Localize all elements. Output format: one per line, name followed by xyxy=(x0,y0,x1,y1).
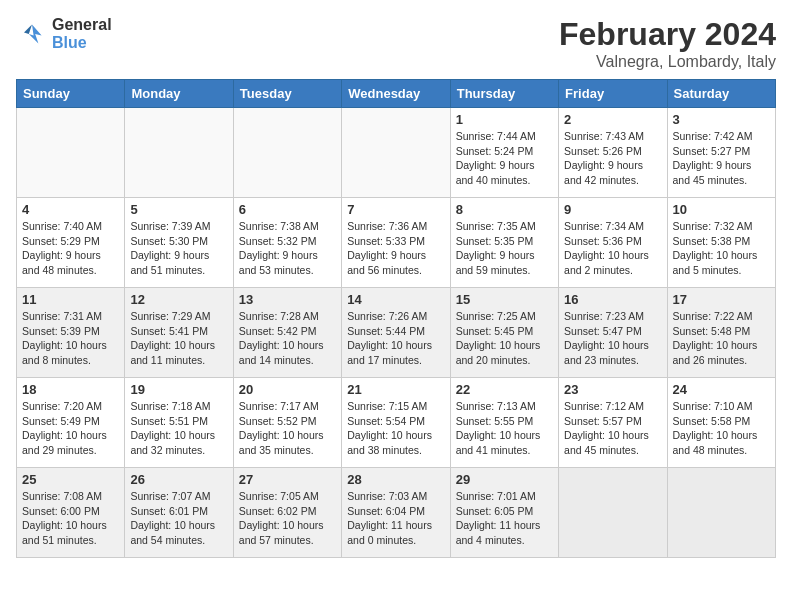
calendar-day xyxy=(125,108,233,198)
day-number: 15 xyxy=(456,292,553,307)
day-info: Sunrise: 7:25 AM Sunset: 5:45 PM Dayligh… xyxy=(456,309,553,368)
day-info: Sunrise: 7:03 AM Sunset: 6:04 PM Dayligh… xyxy=(347,489,444,548)
day-number: 22 xyxy=(456,382,553,397)
calendar-day: 28Sunrise: 7:03 AM Sunset: 6:04 PM Dayli… xyxy=(342,468,450,558)
day-number: 18 xyxy=(22,382,119,397)
day-number: 6 xyxy=(239,202,336,217)
day-info: Sunrise: 7:17 AM Sunset: 5:52 PM Dayligh… xyxy=(239,399,336,458)
day-number: 8 xyxy=(456,202,553,217)
col-saturday: Saturday xyxy=(667,80,775,108)
calendar-week-row: 11Sunrise: 7:31 AM Sunset: 5:39 PM Dayli… xyxy=(17,288,776,378)
calendar-day: 2Sunrise: 7:43 AM Sunset: 5:26 PM Daylig… xyxy=(559,108,667,198)
calendar-day: 13Sunrise: 7:28 AM Sunset: 5:42 PM Dayli… xyxy=(233,288,341,378)
day-info: Sunrise: 7:40 AM Sunset: 5:29 PM Dayligh… xyxy=(22,219,119,278)
col-tuesday: Tuesday xyxy=(233,80,341,108)
day-info: Sunrise: 7:10 AM Sunset: 5:58 PM Dayligh… xyxy=(673,399,770,458)
day-info: Sunrise: 7:36 AM Sunset: 5:33 PM Dayligh… xyxy=(347,219,444,278)
svg-marker-1 xyxy=(24,24,32,34)
title-area: February 2024 Valnegra, Lombardy, Italy xyxy=(559,16,776,71)
day-info: Sunrise: 7:01 AM Sunset: 6:05 PM Dayligh… xyxy=(456,489,553,548)
calendar-week-row: 1Sunrise: 7:44 AM Sunset: 5:24 PM Daylig… xyxy=(17,108,776,198)
day-info: Sunrise: 7:20 AM Sunset: 5:49 PM Dayligh… xyxy=(22,399,119,458)
day-number: 13 xyxy=(239,292,336,307)
calendar-day: 14Sunrise: 7:26 AM Sunset: 5:44 PM Dayli… xyxy=(342,288,450,378)
day-info: Sunrise: 7:22 AM Sunset: 5:48 PM Dayligh… xyxy=(673,309,770,368)
calendar-day: 15Sunrise: 7:25 AM Sunset: 5:45 PM Dayli… xyxy=(450,288,558,378)
calendar-day: 17Sunrise: 7:22 AM Sunset: 5:48 PM Dayli… xyxy=(667,288,775,378)
day-number: 5 xyxy=(130,202,227,217)
calendar-day: 10Sunrise: 7:32 AM Sunset: 5:38 PM Dayli… xyxy=(667,198,775,288)
day-number: 11 xyxy=(22,292,119,307)
day-number: 21 xyxy=(347,382,444,397)
page-header: General Blue February 2024 Valnegra, Lom… xyxy=(16,16,776,71)
calendar-day: 20Sunrise: 7:17 AM Sunset: 5:52 PM Dayli… xyxy=(233,378,341,468)
calendar-day xyxy=(17,108,125,198)
logo-text: General Blue xyxy=(52,16,112,52)
calendar-week-row: 18Sunrise: 7:20 AM Sunset: 5:49 PM Dayli… xyxy=(17,378,776,468)
day-number: 24 xyxy=(673,382,770,397)
calendar-day: 9Sunrise: 7:34 AM Sunset: 5:36 PM Daylig… xyxy=(559,198,667,288)
day-number: 4 xyxy=(22,202,119,217)
day-number: 10 xyxy=(673,202,770,217)
day-number: 27 xyxy=(239,472,336,487)
day-number: 7 xyxy=(347,202,444,217)
day-number: 25 xyxy=(22,472,119,487)
calendar-day: 26Sunrise: 7:07 AM Sunset: 6:01 PM Dayli… xyxy=(125,468,233,558)
calendar-day xyxy=(559,468,667,558)
col-friday: Friday xyxy=(559,80,667,108)
calendar-day: 3Sunrise: 7:42 AM Sunset: 5:27 PM Daylig… xyxy=(667,108,775,198)
day-info: Sunrise: 7:18 AM Sunset: 5:51 PM Dayligh… xyxy=(130,399,227,458)
calendar-day: 18Sunrise: 7:20 AM Sunset: 5:49 PM Dayli… xyxy=(17,378,125,468)
calendar-day: 6Sunrise: 7:38 AM Sunset: 5:32 PM Daylig… xyxy=(233,198,341,288)
day-info: Sunrise: 7:12 AM Sunset: 5:57 PM Dayligh… xyxy=(564,399,661,458)
col-wednesday: Wednesday xyxy=(342,80,450,108)
day-info: Sunrise: 7:38 AM Sunset: 5:32 PM Dayligh… xyxy=(239,219,336,278)
day-number: 3 xyxy=(673,112,770,127)
day-info: Sunrise: 7:28 AM Sunset: 5:42 PM Dayligh… xyxy=(239,309,336,368)
day-info: Sunrise: 7:44 AM Sunset: 5:24 PM Dayligh… xyxy=(456,129,553,188)
calendar-day: 25Sunrise: 7:08 AM Sunset: 6:00 PM Dayli… xyxy=(17,468,125,558)
calendar-day: 7Sunrise: 7:36 AM Sunset: 5:33 PM Daylig… xyxy=(342,198,450,288)
calendar-day: 16Sunrise: 7:23 AM Sunset: 5:47 PM Dayli… xyxy=(559,288,667,378)
day-number: 1 xyxy=(456,112,553,127)
day-number: 28 xyxy=(347,472,444,487)
calendar-day: 23Sunrise: 7:12 AM Sunset: 5:57 PM Dayli… xyxy=(559,378,667,468)
day-number: 16 xyxy=(564,292,661,307)
month-title: February 2024 xyxy=(559,16,776,53)
calendar-week-row: 25Sunrise: 7:08 AM Sunset: 6:00 PM Dayli… xyxy=(17,468,776,558)
day-number: 2 xyxy=(564,112,661,127)
calendar-day: 8Sunrise: 7:35 AM Sunset: 5:35 PM Daylig… xyxy=(450,198,558,288)
calendar-day: 4Sunrise: 7:40 AM Sunset: 5:29 PM Daylig… xyxy=(17,198,125,288)
calendar-day: 27Sunrise: 7:05 AM Sunset: 6:02 PM Dayli… xyxy=(233,468,341,558)
calendar-table: Sunday Monday Tuesday Wednesday Thursday… xyxy=(16,79,776,558)
day-info: Sunrise: 7:26 AM Sunset: 5:44 PM Dayligh… xyxy=(347,309,444,368)
day-info: Sunrise: 7:42 AM Sunset: 5:27 PM Dayligh… xyxy=(673,129,770,188)
calendar-day: 19Sunrise: 7:18 AM Sunset: 5:51 PM Dayli… xyxy=(125,378,233,468)
day-info: Sunrise: 7:35 AM Sunset: 5:35 PM Dayligh… xyxy=(456,219,553,278)
calendar-header-row: Sunday Monday Tuesday Wednesday Thursday… xyxy=(17,80,776,108)
logo-icon xyxy=(16,18,48,50)
calendar-day: 22Sunrise: 7:13 AM Sunset: 5:55 PM Dayli… xyxy=(450,378,558,468)
calendar-day: 5Sunrise: 7:39 AM Sunset: 5:30 PM Daylig… xyxy=(125,198,233,288)
calendar-day: 24Sunrise: 7:10 AM Sunset: 5:58 PM Dayli… xyxy=(667,378,775,468)
location-title: Valnegra, Lombardy, Italy xyxy=(559,53,776,71)
calendar-day: 1Sunrise: 7:44 AM Sunset: 5:24 PM Daylig… xyxy=(450,108,558,198)
calendar-day xyxy=(667,468,775,558)
day-info: Sunrise: 7:32 AM Sunset: 5:38 PM Dayligh… xyxy=(673,219,770,278)
col-monday: Monday xyxy=(125,80,233,108)
day-number: 9 xyxy=(564,202,661,217)
calendar-day: 12Sunrise: 7:29 AM Sunset: 5:41 PM Dayli… xyxy=(125,288,233,378)
day-info: Sunrise: 7:34 AM Sunset: 5:36 PM Dayligh… xyxy=(564,219,661,278)
day-info: Sunrise: 7:07 AM Sunset: 6:01 PM Dayligh… xyxy=(130,489,227,548)
col-thursday: Thursday xyxy=(450,80,558,108)
day-number: 20 xyxy=(239,382,336,397)
day-info: Sunrise: 7:23 AM Sunset: 5:47 PM Dayligh… xyxy=(564,309,661,368)
day-info: Sunrise: 7:43 AM Sunset: 5:26 PM Dayligh… xyxy=(564,129,661,188)
logo: General Blue xyxy=(16,16,112,52)
day-number: 23 xyxy=(564,382,661,397)
day-number: 26 xyxy=(130,472,227,487)
day-info: Sunrise: 7:08 AM Sunset: 6:00 PM Dayligh… xyxy=(22,489,119,548)
day-info: Sunrise: 7:13 AM Sunset: 5:55 PM Dayligh… xyxy=(456,399,553,458)
day-info: Sunrise: 7:15 AM Sunset: 5:54 PM Dayligh… xyxy=(347,399,444,458)
day-number: 29 xyxy=(456,472,553,487)
